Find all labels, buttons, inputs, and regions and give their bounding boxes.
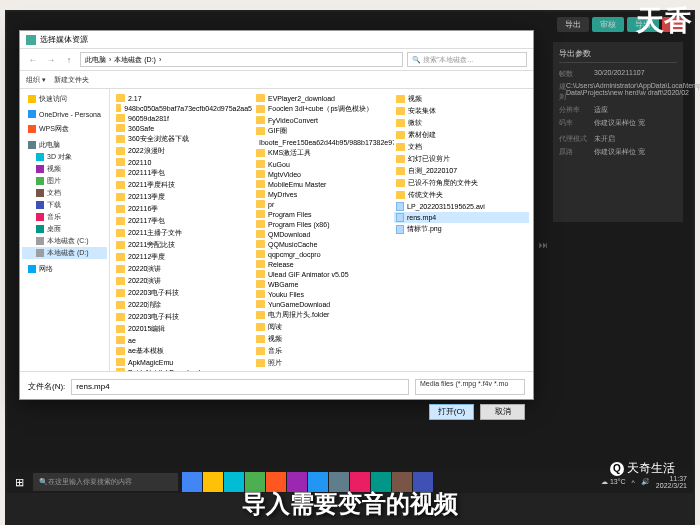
file-item[interactable]: 20220演讲 <box>114 263 254 275</box>
sidebar-music[interactable]: 音乐 <box>22 211 107 223</box>
file-item[interactable]: QQMusicCache <box>254 239 394 249</box>
file-item[interactable]: Youku Files <box>254 289 394 299</box>
file-item[interactable]: LP_20220315195625.avi <box>394 201 529 212</box>
file-item[interactable]: 阅读 <box>254 321 394 333</box>
file-item[interactable]: 已设不符角度的文件夹 <box>394 177 529 189</box>
file-item[interactable]: 96059da281f <box>114 113 254 123</box>
file-item[interactable]: 20220演讲 <box>114 275 254 287</box>
file-item[interactable]: 文档 <box>394 141 529 153</box>
file-item[interactable]: 20211季度科技 <box>114 179 254 191</box>
tray-icon[interactable]: 🔊 <box>641 478 650 486</box>
file-item[interactable]: 视频 <box>394 93 529 105</box>
file-item[interactable]: BaiduNetdiskDownload <box>114 367 254 371</box>
file-item[interactable]: ae <box>114 335 254 345</box>
file-item[interactable]: QMDownload <box>254 229 394 239</box>
file-item[interactable]: 202111季包 <box>114 167 254 179</box>
file-item[interactable]: 电力周报片头.folder <box>254 309 394 321</box>
file-type-filter[interactable]: Media files (*.mpg *.f4v *.mo <box>415 379 525 395</box>
tray-icon[interactable]: ^ <box>632 479 635 486</box>
watermark-top: 天香 <box>636 2 692 40</box>
file-item[interactable]: Ulead GIF Animator v5.05 <box>254 269 394 279</box>
file-item[interactable]: 202112季度 <box>114 251 254 263</box>
file-list[interactable]: 2.17948bc050a59baf7a73ecfb042d975a2aa596… <box>110 89 533 371</box>
file-item[interactable]: 2.17 <box>114 93 254 103</box>
file-item[interactable]: ae基本模板 <box>114 345 254 357</box>
file-item[interactable]: pr <box>254 199 394 209</box>
sidebar-3d[interactable]: 3D 对象 <box>22 151 107 163</box>
file-item[interactable]: 安装集体 <box>394 105 529 117</box>
file-item[interactable]: YunGameDownload <box>254 299 394 309</box>
file-item[interactable]: 360Safe <box>114 123 254 133</box>
file-item[interactable]: Release <box>254 259 394 269</box>
sidebar-ddrive[interactable]: 本地磁盘 (D:) <box>22 247 107 259</box>
up-icon[interactable]: ↑ <box>62 53 76 67</box>
top-btn-1[interactable]: 导出 <box>557 17 589 32</box>
file-item[interactable]: 情标节.png <box>394 223 529 235</box>
file-item[interactable]: 幻灯已设剪片 <box>394 153 529 165</box>
sidebar-onedrive[interactable]: OneDrive - Persona <box>22 109 107 119</box>
file-item[interactable]: Program Files <box>254 209 394 219</box>
pc-icon <box>28 141 36 149</box>
forward-icon[interactable]: → <box>44 53 58 67</box>
sidebar-pictures[interactable]: 图片 <box>22 175 107 187</box>
top-btn-2[interactable]: 审核 <box>592 17 624 32</box>
forward-icon[interactable]: ⏭ <box>539 240 548 250</box>
file-item[interactable]: 视频 <box>254 333 394 345</box>
organize-menu[interactable]: 组织 ▾ <box>26 75 46 85</box>
file-item[interactable]: 2022浪漫时 <box>114 145 254 157</box>
back-icon[interactable]: ← <box>26 53 40 67</box>
file-item[interactable]: 20211主播子文件 <box>114 227 254 239</box>
file-item[interactable]: Program Files (x86) <box>254 219 394 229</box>
file-item[interactable]: Iboote_Free150ea62d44b95/988b17382e976_1… <box>254 137 394 147</box>
file-item[interactable]: 传统文件夹 <box>394 189 529 201</box>
breadcrumb[interactable]: 此电脑› 本地磁盘 (D:)› <box>80 52 403 67</box>
file-item[interactable]: ApkMagicEmu <box>114 357 254 367</box>
file-item[interactable]: WBGame <box>254 279 394 289</box>
file-item[interactable]: 202113季度 <box>114 191 254 203</box>
file-item[interactable]: 202116季 <box>114 203 254 215</box>
sidebar-quick-access[interactable]: 快速访问 <box>22 93 107 105</box>
sidebar-network[interactable]: 网络 <box>22 263 107 275</box>
file-item[interactable]: KuGou <box>254 159 394 169</box>
sidebar-video[interactable]: 视频 <box>22 163 107 175</box>
search-input[interactable]: 🔍 搜索"本地磁盘... <box>407 52 527 67</box>
file-item[interactable]: 微软 <box>394 117 529 129</box>
file-item[interactable]: 自测_20220107 <box>394 165 529 177</box>
sidebar-documents[interactable]: 文档 <box>22 187 107 199</box>
file-item[interactable]: KMS激活工具 <box>254 147 394 159</box>
file-item[interactable]: 948bc050a59baf7a73ecfb042d975a2aa5 <box>114 103 254 113</box>
file-item[interactable]: rens.mp4 <box>394 212 529 223</box>
file-item[interactable]: 照片 <box>254 357 394 369</box>
sidebar-downloads[interactable]: 下载 <box>22 199 107 211</box>
file-item[interactable]: 360安全浏览器下载 <box>114 133 254 145</box>
file-item[interactable]: 202203电子科技 <box>114 287 254 299</box>
folder-icon <box>116 253 125 261</box>
file-item[interactable]: MgtvVideo <box>254 169 394 179</box>
file-item[interactable]: MobileEmu Master <box>254 179 394 189</box>
file-item[interactable]: qqpcmgr_docpro <box>254 249 394 259</box>
filename-input[interactable] <box>71 379 409 395</box>
open-button[interactable]: 打开(O) <box>429 404 474 420</box>
file-item[interactable]: 202110 <box>114 157 254 167</box>
file-item[interactable]: 20211旁配比技 <box>114 239 254 251</box>
file-item[interactable]: EVPlayer2_download <box>254 93 394 103</box>
file-item[interactable]: 系统 <box>254 369 394 371</box>
sidebar-cdrive[interactable]: 本地磁盘 (C:) <box>22 235 107 247</box>
weather-widget[interactable]: ☁ 13°C <box>601 478 626 486</box>
sidebar-wps[interactable]: WPS网盘 <box>22 123 107 135</box>
sidebar-thispc[interactable]: 此电脑 <box>22 139 107 151</box>
file-item[interactable]: 音乐 <box>254 345 394 357</box>
cancel-button[interactable]: 取消 <box>480 404 525 420</box>
file-item[interactable]: Fooclen 3dl+cube（ps调色模块） <box>254 103 394 115</box>
file-item[interactable]: GIF圈 <box>254 125 394 137</box>
file-item[interactable]: FyVideoConvert <box>254 115 394 125</box>
file-item[interactable]: 素材创建 <box>394 129 529 141</box>
file-item[interactable]: 202015编辑 <box>114 323 254 335</box>
new-folder-button[interactable]: 新建文件夹 <box>54 75 89 85</box>
file-item[interactable]: MyDrives <box>254 189 394 199</box>
file-item[interactable]: 202117季包 <box>114 215 254 227</box>
dialog-buttons: 打开(O) 取消 <box>20 401 533 423</box>
file-item[interactable]: 202203电子科技 <box>114 311 254 323</box>
sidebar-desktop[interactable]: 桌面 <box>22 223 107 235</box>
file-item[interactable]: 20220消除 <box>114 299 254 311</box>
